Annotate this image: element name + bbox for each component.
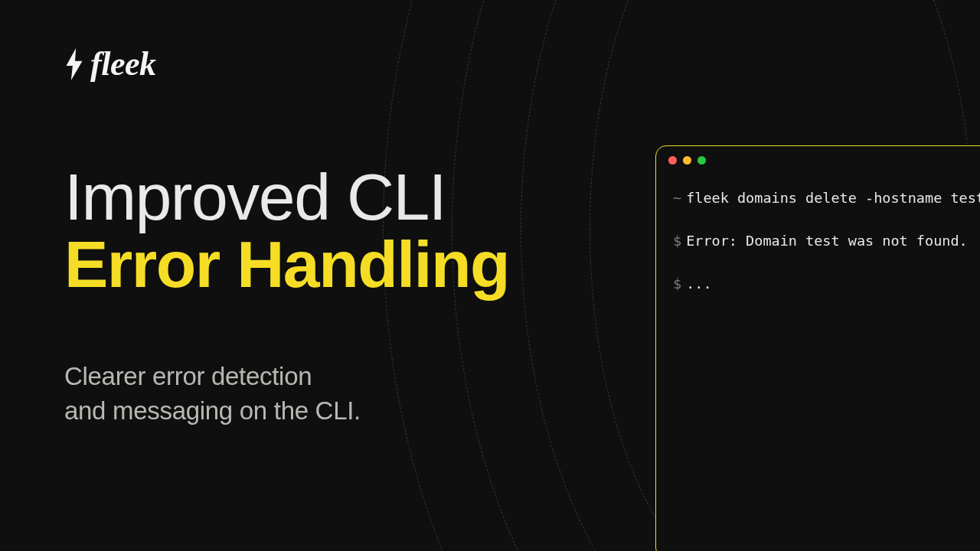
terminal-text: ...: [686, 276, 711, 292]
headline: Improved CLI Error Handling: [64, 164, 509, 298]
terminal-window: ~fleek domains delete -hostname test $Er…: [655, 145, 980, 551]
terminal-line: $Error: Domain test was not found.: [673, 230, 975, 252]
prompt-symbol: ~: [673, 190, 681, 206]
prompt-symbol: $: [673, 276, 681, 292]
terminal-titlebar: [656, 146, 980, 174]
minimize-icon[interactable]: [683, 156, 691, 165]
terminal-line: ~fleek domains delete -hostname test: [673, 187, 975, 209]
terminal-text: fleek domains delete -hostname test: [686, 190, 980, 206]
brand-logo: fleek: [64, 44, 155, 83]
bolt-icon: [64, 48, 84, 80]
terminal-text: Error: Domain test was not found.: [686, 233, 968, 249]
prompt-symbol: $: [673, 233, 681, 249]
subheadline-line-1: Clearer error detection: [64, 360, 361, 394]
headline-line-2: Error Handling: [64, 231, 509, 298]
headline-line-1: Improved CLI: [64, 164, 509, 231]
close-icon[interactable]: [668, 156, 677, 165]
subheadline-line-2: and messaging on the CLI.: [64, 394, 361, 429]
terminal-body: ~fleek domains delete -hostname test $Er…: [656, 174, 980, 329]
subheadline: Clearer error detection and messaging on…: [64, 360, 361, 428]
terminal-line: $...: [673, 273, 975, 295]
maximize-icon[interactable]: [697, 156, 706, 165]
brand-name: fleek: [90, 44, 155, 83]
